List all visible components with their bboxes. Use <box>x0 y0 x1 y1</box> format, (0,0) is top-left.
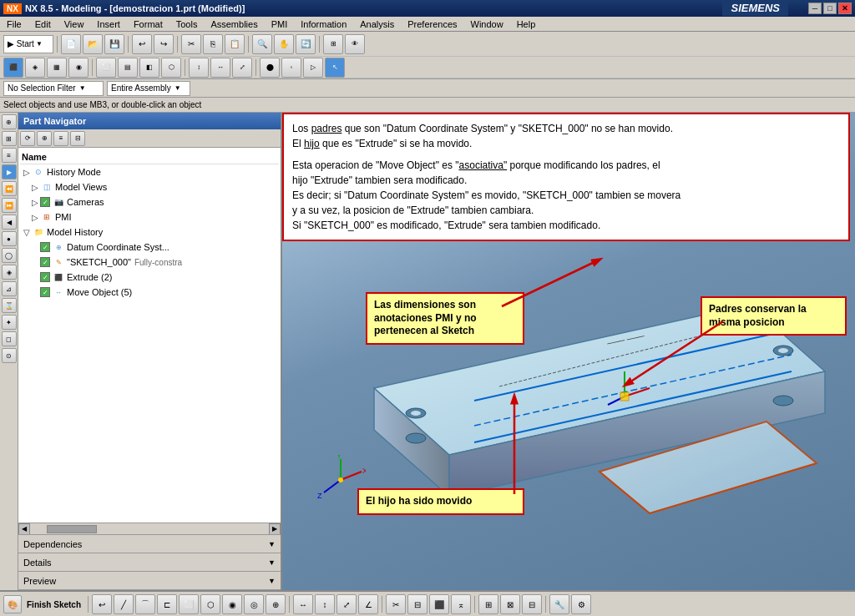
move-check[interactable]: ✓ <box>40 287 50 297</box>
new-button[interactable]: 📄 <box>61 34 81 54</box>
menu-preferences[interactable]: Preferences <box>401 17 463 31</box>
sketch-tb13[interactable]: ∠ <box>358 594 378 614</box>
menu-pmi[interactable]: PMI <box>265 17 295 31</box>
sidebar-btn-11[interactable]: ⊿ <box>2 281 17 296</box>
nav-horizontal-scrollbar[interactable]: ◀ ▶ <box>18 523 281 534</box>
sidebar-btn-3[interactable]: ≡ <box>2 148 17 163</box>
tree-item-extrude[interactable]: ✓ ⬛ Extrude (2) <box>20 270 279 285</box>
fit-button[interactable]: ⊞ <box>323 34 343 54</box>
tree-item-sketch[interactable]: ✓ ✎ "SKETCH_000" Fully-constra <box>20 255 279 270</box>
sketch-tb4[interactable]: ⊏ <box>157 594 177 614</box>
menu-format[interactable]: Format <box>127 17 169 31</box>
tb2-btn12[interactable]: ⬤ <box>260 58 280 78</box>
scroll-right[interactable]: ▶ <box>269 523 281 535</box>
finish-sketch-icon[interactable]: 🎨 <box>3 595 22 613</box>
tree-item-pmi[interactable]: ▷ ⊞ PMI <box>20 210 279 225</box>
expand-model-views[interactable]: ▷ <box>32 183 40 192</box>
menu-analysis[interactable]: Analysis <box>353 17 401 31</box>
tb2-btn7[interactable]: ◧ <box>139 58 159 78</box>
sidebar-btn-15[interactable]: ⊙ <box>2 348 17 363</box>
view-button[interactable]: 👁 <box>345 34 365 54</box>
sketch-tb22[interactable]: ⚙ <box>571 594 591 614</box>
tb2-btn2[interactable]: ◈ <box>25 58 45 78</box>
sketch-tb9[interactable]: ⊕ <box>266 594 286 614</box>
undo-button[interactable]: ↩ <box>132 34 152 54</box>
pan-button[interactable]: ✋ <box>274 34 294 54</box>
cameras-check[interactable]: ✓ <box>40 197 50 207</box>
sketch-tb14[interactable]: ✂ <box>386 594 406 614</box>
menu-insert[interactable]: Insert <box>90 17 127 31</box>
sketch-tb6[interactable]: ⬡ <box>200 594 220 614</box>
tb2-btn14[interactable]: ▷ <box>303 58 323 78</box>
scroll-thumb[interactable] <box>47 525 97 533</box>
tb2-btn9[interactable]: ↕ <box>189 58 209 78</box>
sidebar-btn-10[interactable]: ◈ <box>2 265 17 280</box>
sketch-check[interactable]: ✓ <box>40 257 50 267</box>
menu-edit[interactable]: Edit <box>28 17 58 31</box>
tree-item-history-mode[interactable]: ▷ ⊙ History Mode <box>20 164 279 179</box>
finish-sketch-label[interactable]: Finish Sketch <box>23 600 84 609</box>
sidebar-btn-6[interactable]: ⏩ <box>2 198 17 213</box>
extrude-check[interactable]: ✓ <box>40 272 50 282</box>
sketch-tb18[interactable]: ⊞ <box>478 594 498 614</box>
nav-preview[interactable]: Preview ▼ <box>18 572 281 590</box>
scroll-track[interactable] <box>30 525 269 533</box>
sketch-tb19[interactable]: ⊠ <box>500 594 520 614</box>
zoom-button[interactable]: 🔍 <box>252 34 272 54</box>
expand-history[interactable]: ▷ <box>23 168 32 177</box>
sketch-tb12[interactable]: ⤢ <box>336 594 357 614</box>
maximize-button[interactable]: □ <box>823 3 837 14</box>
tree-item-model-history[interactable]: ▽ 📁 Model History <box>20 225 279 240</box>
tree-item-move-object[interactable]: ✓ ↔ Move Object (5) <box>20 285 279 300</box>
sidebar-btn-12[interactable]: ⌛ <box>2 298 17 313</box>
expand-cameras[interactable]: ▷ <box>32 198 40 207</box>
sidebar-btn-1[interactable]: ⊕ <box>2 114 17 129</box>
tb2-btn10[interactable]: ↔ <box>210 58 230 78</box>
tree-item-cameras[interactable]: ▷ ✓ 📷 Cameras <box>20 194 279 210</box>
cut-button[interactable]: ✂ <box>181 34 201 54</box>
save-button[interactable]: 💾 <box>104 34 124 54</box>
nav-tb-btn4[interactable]: ⊟ <box>70 131 85 146</box>
sketch-tb8[interactable]: ◎ <box>244 594 264 614</box>
menu-view[interactable]: View <box>58 17 91 31</box>
assembly-dropdown[interactable]: Entire Assembly ▼ <box>107 81 190 96</box>
sketch-tb7[interactable]: ◉ <box>222 594 242 614</box>
nav-dependencies[interactable]: Dependencies ▼ <box>18 535 281 553</box>
tb2-btn11[interactable]: ⤢ <box>232 58 252 78</box>
nav-tb-btn3[interactable]: ≡ <box>53 131 68 146</box>
tb2-btn3[interactable]: ▦ <box>47 58 67 78</box>
sidebar-btn-7[interactable]: ◀ <box>2 215 17 230</box>
tb2-btn6[interactable]: ▤ <box>118 58 138 78</box>
scroll-left[interactable]: ◀ <box>18 523 30 535</box>
tb2-btn4[interactable]: ◉ <box>68 58 89 78</box>
sketch-tb11[interactable]: ↕ <box>315 594 335 614</box>
menu-information[interactable]: Information <box>294 17 353 31</box>
sketch-tb20[interactable]: ⊟ <box>522 594 542 614</box>
expand-model-history[interactable]: ▽ <box>23 228 32 237</box>
sketch-tb15[interactable]: ⊟ <box>407 594 428 614</box>
sidebar-btn-2[interactable]: ⊞ <box>2 131 17 146</box>
tb2-btn5[interactable]: ⬜ <box>96 58 116 78</box>
nav-tb-btn2[interactable]: ⊕ <box>37 131 52 146</box>
nav-tb-btn1[interactable]: ⟳ <box>20 131 35 146</box>
tb2-btn13[interactable]: ◦ <box>281 58 301 78</box>
start-dropdown[interactable]: ▶ Start ▼ <box>3 35 53 53</box>
copy-button[interactable]: ⎘ <box>203 34 223 54</box>
sidebar-btn-8[interactable]: ● <box>2 231 17 246</box>
tb2-btn1[interactable]: ⬛ <box>3 58 23 78</box>
sidebar-btn-13[interactable]: ✦ <box>2 315 17 330</box>
sidebar-btn-14[interactable]: ◻ <box>2 331 17 346</box>
redo-button[interactable]: ↪ <box>154 34 174 54</box>
menu-window[interactable]: Window <box>464 17 510 31</box>
sidebar-btn-9[interactable]: ◯ <box>2 248 17 263</box>
sketch-tb10[interactable]: ↔ <box>293 594 313 614</box>
sketch-tb1[interactable]: ↩ <box>92 594 112 614</box>
sketch-tb16[interactable]: ⬛ <box>429 594 449 614</box>
sketch-tb5[interactable]: ⬜ <box>179 594 199 614</box>
menu-tools[interactable]: Tools <box>169 17 205 31</box>
open-button[interactable]: 📂 <box>83 34 103 54</box>
tree-item-model-views[interactable]: ▷ ◫ Model Views <box>20 179 279 194</box>
datum-check[interactable]: ✓ <box>40 242 50 252</box>
paste-button[interactable]: 📋 <box>225 34 245 54</box>
select-btn[interactable]: ↖ <box>325 58 345 78</box>
